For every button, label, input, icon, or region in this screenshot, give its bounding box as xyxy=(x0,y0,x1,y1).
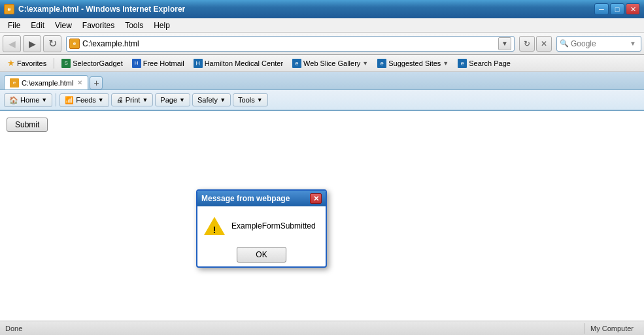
toolbar-print-button[interactable]: 🖨 Print ▼ xyxy=(111,93,154,106)
selectorgadget-icon: S xyxy=(61,59,71,68)
webslice-icon: e xyxy=(292,59,301,68)
toolbar-page-button[interactable]: Page ▼ xyxy=(155,93,190,106)
modal-close-button[interactable]: ✕ xyxy=(310,193,322,204)
tab-close-button[interactable]: ✕ xyxy=(77,79,82,86)
nav-bar: ◀ ▶ ↻ e ▼ ↻ ✕ 🔍 ▼ xyxy=(0,33,644,55)
back-button[interactable]: ◀ xyxy=(3,35,21,52)
maximize-button[interactable]: □ xyxy=(610,3,624,15)
favorites-star-icon: ★ xyxy=(7,58,15,68)
fav-hotmail-label: Free Hotmail xyxy=(143,59,184,67)
window-title: C:\example.html - Windows Internet Explo… xyxy=(18,5,594,14)
menu-bar: File Edit View Favorites Tools Help xyxy=(0,18,644,33)
tab-icon: e xyxy=(10,78,19,88)
hamilton-icon: H xyxy=(194,59,203,68)
fav-webslice[interactable]: e Web Slice Gallery ▼ xyxy=(289,57,371,69)
warning-icon: ! xyxy=(204,215,225,236)
fav-hamilton[interactable]: H Hamilton Medical Center xyxy=(190,57,286,69)
menu-file[interactable]: File xyxy=(3,20,25,31)
hotmail-icon: H xyxy=(132,59,141,68)
modal-title-bar: Message from webpage ✕ xyxy=(197,191,326,206)
toolbar: 🏠 Home ▼ 📶 Feeds ▼ 🖨 Print ▼ Page ▼ Safe… xyxy=(0,90,644,111)
modal-message: ExampleFormSubmitted xyxy=(231,221,316,231)
fav-webslice-label: Web Slice Gallery xyxy=(303,59,360,67)
nav-stop-button[interactable]: ✕ xyxy=(536,36,552,52)
fav-searchpage-label: Search Page xyxy=(469,59,511,67)
menu-view[interactable]: View xyxy=(50,20,77,31)
toolbar-safety-button[interactable]: Safety ▼ xyxy=(192,93,231,106)
new-tab-button[interactable]: + xyxy=(90,76,103,89)
title-bar: e C:\example.html - Windows Internet Exp… xyxy=(0,0,644,18)
modal-dialog: Message from webpage ✕ ! ExampleFormSubm… xyxy=(196,189,327,268)
refresh-button[interactable]: ↻ xyxy=(43,35,61,52)
tab-bar: e C:\example.html ✕ + xyxy=(0,72,644,90)
close-button[interactable]: ✕ xyxy=(626,3,640,15)
window-controls: ─ □ ✕ xyxy=(594,3,640,15)
address-dropdown-button[interactable]: ▼ xyxy=(498,37,511,50)
address-bar-container: e ▼ xyxy=(66,36,515,52)
modal-footer: OK xyxy=(197,243,326,266)
fav-hamilton-label: Hamilton Medical Center xyxy=(205,59,283,67)
favorites-label: Favorites xyxy=(17,59,46,67)
ie-icon: e xyxy=(4,4,14,14)
menu-tools[interactable]: Tools xyxy=(120,20,148,31)
active-tab[interactable]: e C:\example.html ✕ xyxy=(4,75,88,89)
content-area: Submit Message from webpage ✕ ! E xyxy=(0,111,644,335)
minimize-button[interactable]: ─ xyxy=(594,3,609,15)
suggested-icon: e xyxy=(377,59,386,68)
tab-label: C:\example.html xyxy=(22,79,73,87)
fav-suggested[interactable]: e Suggested Sites ▼ xyxy=(374,57,452,69)
modal-body: ! ExampleFormSubmitted xyxy=(197,206,326,243)
favorites-bar: ★ Favorites S SelectorGadget H Free Hotm… xyxy=(0,55,644,72)
modal-overlay: Message from webpage ✕ ! ExampleFormSubm… xyxy=(0,111,644,335)
address-input[interactable] xyxy=(82,39,498,48)
menu-help[interactable]: Help xyxy=(148,20,175,31)
modal-title: Message from webpage xyxy=(201,194,290,203)
fav-hotmail[interactable]: H Free Hotmail xyxy=(129,57,188,69)
nav-refresh-button[interactable]: ↻ xyxy=(519,36,535,52)
toolbar-separator-1 xyxy=(56,93,56,106)
fav-searchpage[interactable]: e Search Page xyxy=(454,57,514,69)
search-box-container: 🔍 ▼ xyxy=(556,36,641,52)
menu-edit[interactable]: Edit xyxy=(25,20,50,31)
nav-actions: ↻ ✕ xyxy=(519,36,552,52)
fav-selectorgadget-label: SelectorGadget xyxy=(73,59,122,67)
search-icon: 🔍 xyxy=(560,39,569,48)
toolbar-home-button[interactable]: 🏠 Home ▼ xyxy=(4,93,52,107)
toolbar-feeds-button[interactable]: 📶 Feeds ▼ xyxy=(59,93,109,107)
search-dropdown-icon[interactable]: ▼ xyxy=(630,40,636,47)
webslice-dropdown-icon: ▼ xyxy=(362,60,368,67)
suggested-dropdown-icon: ▼ xyxy=(443,60,449,67)
toolbar-tools-button[interactable]: Tools ▼ xyxy=(233,93,268,106)
fav-selectorgadget[interactable]: S SelectorGadget xyxy=(58,57,126,69)
favorites-separator xyxy=(54,58,54,69)
search-input[interactable] xyxy=(571,39,630,48)
modal-ok-button[interactable]: OK xyxy=(237,247,286,263)
forward-button[interactable]: ▶ xyxy=(23,35,41,52)
menu-favorites[interactable]: Favorites xyxy=(77,20,120,31)
fav-suggested-label: Suggested Sites xyxy=(388,59,441,67)
favorites-button[interactable]: ★ Favorites xyxy=(4,57,50,69)
searchpage-icon: e xyxy=(458,59,467,68)
address-icon: e xyxy=(69,39,80,49)
